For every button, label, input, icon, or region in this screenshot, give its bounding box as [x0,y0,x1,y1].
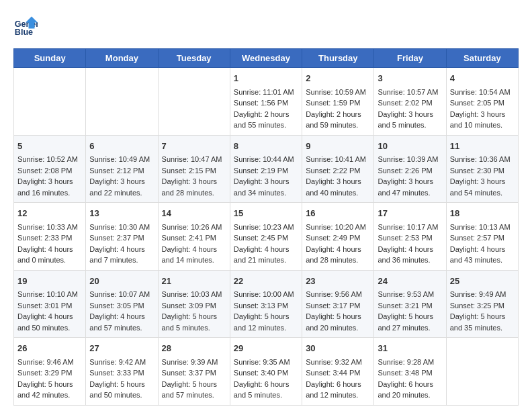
cell-content-line: Sunrise: 9:39 AM [162,357,226,368]
cell-content-line: Sunrise: 10:39 AM [378,154,442,165]
calendar-cell [158,68,230,136]
weekday-header-row: SundayMondayTuesdayWednesdayThursdayFrid… [14,49,519,68]
cell-content-line: Daylight: 4 hours [306,244,370,255]
cell-content-line: Daylight: 4 hours [234,244,298,255]
weekday-header-wednesday: Wednesday [230,49,302,68]
cell-content-line: and 5 minutes. [378,120,442,131]
cell-content-line: Daylight: 3 hours [378,109,442,120]
cell-content-line: Sunset: 2:05 PM [450,97,515,109]
calendar-cell: 31Sunrise: 9:28 AMSunset: 3:48 PMDayligh… [374,338,446,406]
cell-content-line: Sunrise: 9:32 AM [306,357,370,368]
cell-content-line: Sunrise: 9:56 AM [306,289,370,300]
calendar-week-1: 1Sunrise: 11:01 AMSunset: 1:56 PMDayligh… [14,68,519,136]
day-number: 17 [378,207,442,220]
cell-content-line: and 12 minutes. [234,322,298,334]
cell-content-line: Sunset: 2:49 PM [306,232,370,244]
cell-content-line: Sunrise: 10:33 AM [17,222,82,233]
cell-content-line: and 22 minutes. [89,187,154,199]
cell-content-line: Sunset: 2:41 PM [162,232,226,244]
weekday-header-thursday: Thursday [302,49,374,68]
cell-content-line: Sunset: 2:33 PM [17,232,82,244]
cell-content-line: and 36 minutes. [378,255,442,266]
cell-content-line: Sunrise: 10:44 AM [234,154,298,165]
calendar-cell: 12Sunrise: 10:33 AMSunset: 2:33 PMDaylig… [14,203,86,271]
cell-content-line: Sunset: 2:08 PM [17,165,82,177]
cell-content-line: Sunset: 3:13 PM [234,300,298,312]
day-number: 25 [450,275,515,288]
cell-content-line: Sunset: 3:40 PM [234,367,298,379]
weekday-header-monday: Monday [86,49,158,68]
cell-content-line: Daylight: 4 hours [378,244,442,255]
cell-content-line: Sunset: 2:12 PM [89,165,154,177]
cell-content-line: Sunset: 3:29 PM [17,367,82,379]
cell-content-line: Daylight: 6 hours [306,379,370,390]
day-number: 31 [378,342,442,355]
weekday-header-tuesday: Tuesday [158,49,230,68]
cell-content-line: and 14 minutes. [162,255,226,266]
cell-content-line: and 55 minutes. [234,120,298,131]
cell-content-line: Sunset: 3:48 PM [378,367,442,379]
cell-content-line: and 12 minutes. [306,390,370,401]
cell-content-line: Sunrise: 10:41 AM [306,154,370,165]
cell-content-line: and 50 minutes. [17,322,82,334]
cell-content-line: Daylight: 3 hours [378,176,442,187]
day-number: 2 [306,72,370,85]
weekday-header-sunday: Sunday [14,49,86,68]
day-number: 30 [306,342,370,355]
calendar-week-5: 26Sunrise: 9:46 AMSunset: 3:29 PMDayligh… [14,338,519,406]
day-number: 21 [162,275,226,288]
day-number: 8 [234,140,298,153]
cell-content-line: Daylight: 5 hours [450,311,515,322]
cell-content-line: Sunset: 3:01 PM [17,300,82,312]
day-number: 1 [234,72,298,85]
cell-content-line: and 5 minutes. [234,390,298,401]
calendar-cell: 15Sunrise: 10:23 AMSunset: 2:45 PMDaylig… [230,203,302,271]
cell-content-line: and 40 minutes. [306,187,370,199]
page-header: General Blue [13,13,519,38]
cell-content-line: Daylight: 5 hours [89,379,154,390]
day-number: 15 [234,207,298,220]
day-number: 11 [450,140,515,153]
cell-content-line: Daylight: 2 hours [234,109,298,120]
cell-content-line: Daylight: 3 hours [89,176,154,187]
cell-content-line: Sunrise: 10:52 AM [17,154,82,165]
day-number: 18 [450,207,515,220]
weekday-header-saturday: Saturday [446,49,518,68]
cell-content-line: Daylight: 3 hours [234,176,298,187]
calendar-table: SundayMondayTuesdayWednesdayThursdayFrid… [13,48,519,406]
day-number: 14 [162,207,226,220]
cell-content-line: and 7 minutes. [89,255,154,266]
cell-content-line: Sunrise: 11:01 AM [234,87,298,98]
day-number: 13 [89,207,154,220]
day-number: 7 [162,140,226,153]
cell-content-line: Sunrise: 10:49 AM [89,154,154,165]
cell-content-line: Sunrise: 9:46 AM [17,357,82,368]
calendar-cell [14,68,86,136]
calendar-week-3: 12Sunrise: 10:33 AMSunset: 2:33 PMDaylig… [14,203,519,271]
calendar-cell: 6Sunrise: 10:49 AMSunset: 2:12 PMDayligh… [86,135,158,203]
cell-content-line: Sunrise: 10:03 AM [162,289,226,300]
cell-content-line: and 16 minutes. [17,187,82,199]
cell-content-line: Sunrise: 10:54 AM [450,87,515,98]
day-number: 22 [234,275,298,288]
cell-content-line: Daylight: 4 hours [162,244,226,255]
cell-content-line: Sunset: 2:30 PM [450,165,515,177]
weekday-header-friday: Friday [374,49,446,68]
calendar-cell: 30Sunrise: 9:32 AMSunset: 3:44 PMDayligh… [302,338,374,406]
cell-content-line: Sunset: 2:02 PM [378,97,442,109]
day-number: 10 [378,140,442,153]
calendar-cell: 13Sunrise: 10:30 AMSunset: 2:37 PMDaylig… [86,203,158,271]
cell-content-line: Sunrise: 9:28 AM [378,357,442,368]
cell-content-line: Daylight: 3 hours [450,109,515,120]
cell-content-line: and 43 minutes. [450,255,515,266]
cell-content-line: Sunrise: 9:42 AM [89,357,154,368]
calendar-cell: 7Sunrise: 10:47 AMSunset: 2:15 PMDayligh… [158,135,230,203]
calendar-cell: 21Sunrise: 10:03 AMSunset: 3:09 PMDaylig… [158,270,230,338]
cell-content-line: Daylight: 5 hours [17,379,82,390]
cell-content-line: and 57 minutes. [89,322,154,334]
cell-content-line: Daylight: 4 hours [17,311,82,322]
cell-content-line: and 27 minutes. [378,322,442,334]
calendar-cell: 28Sunrise: 9:39 AMSunset: 3:37 PMDayligh… [158,338,230,406]
cell-content-line: Sunrise: 10:47 AM [162,154,226,165]
cell-content-line: Daylight: 2 hours [306,109,370,120]
